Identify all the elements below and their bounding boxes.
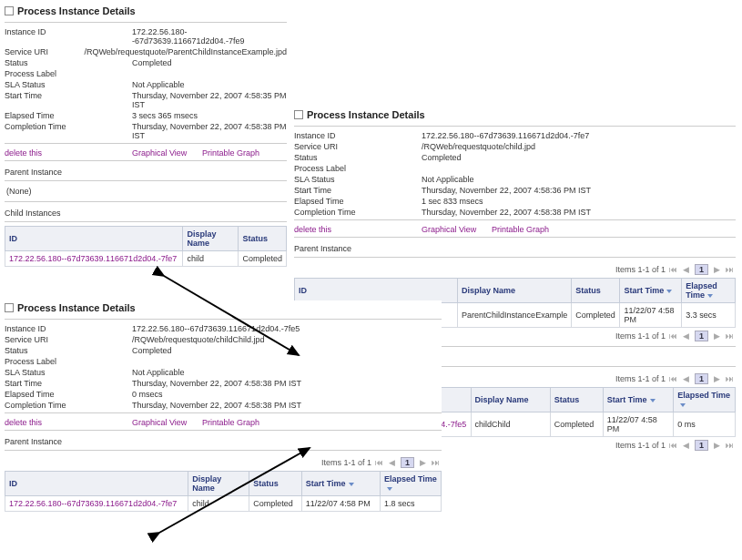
val-elapsed-time: 3 secs 365 msecs: [132, 111, 287, 120]
pager-next-icon[interactable]: ▶: [418, 458, 427, 467]
label-elapsed-time: Elapsed Time: [5, 390, 132, 399]
graphical-view-link[interactable]: Graphical View: [132, 418, 187, 427]
label-sla-status: SLA Status: [294, 175, 422, 184]
col-elapsed[interactable]: Elapsed Time: [682, 279, 736, 303]
label-service-uri: Service URI: [5, 335, 132, 344]
col-status[interactable]: Status: [572, 279, 620, 303]
label-completion-time: Completion Time: [5, 122, 132, 140]
val-sla-status: Not Applicable: [132, 368, 442, 377]
val-elapsed-time: 1 sec 833 msecs: [422, 197, 736, 206]
pager-prev-icon[interactable]: ◀: [682, 374, 691, 383]
pager-prev-icon[interactable]: ◀: [682, 441, 691, 450]
val-status: Completed: [132, 346, 442, 355]
col-start[interactable]: Start Time: [301, 472, 380, 496]
panel-icon: [294, 110, 303, 119]
graphical-view-link[interactable]: Graphical View: [132, 148, 187, 158]
pager-last-icon[interactable]: ⏭: [431, 458, 440, 467]
row-status: Completed: [572, 303, 620, 328]
pager-next-icon[interactable]: ▶: [712, 265, 721, 274]
pager-first-icon[interactable]: ⏮: [669, 331, 678, 341]
printable-graph-link[interactable]: Printable Graph: [492, 225, 549, 234]
col-start[interactable]: Start Time: [603, 388, 673, 412]
pager-next-icon[interactable]: ▶: [712, 331, 721, 341]
label-status: Status: [5, 346, 132, 355]
pager-prev-icon[interactable]: ◀: [682, 331, 691, 341]
row-display: child: [188, 496, 249, 512]
col-status[interactable]: Status: [249, 472, 301, 496]
separator: [294, 219, 736, 220]
separator: [5, 450, 442, 451]
sort-desc-icon: [349, 483, 354, 486]
pager-first-icon[interactable]: ⏮: [669, 265, 678, 274]
pager-first-icon[interactable]: ⏮: [669, 441, 678, 450]
col-elapsed[interactable]: Elapsed Time: [380, 472, 441, 496]
col-id[interactable]: ID: [295, 279, 458, 303]
label-elapsed-time: Elapsed Time: [5, 111, 132, 120]
row-id-link[interactable]: 172.22.56.180--67d73639.116671d2d04.-7fe…: [9, 499, 177, 508]
label-service-uri: Service URI: [5, 47, 85, 56]
pager-current[interactable]: 1: [695, 440, 708, 451]
col-start[interactable]: Start Time: [620, 279, 682, 303]
pager-current[interactable]: 1: [695, 331, 708, 341]
pager-last-icon[interactable]: ⏭: [725, 374, 734, 383]
table-header-row: ID Display Name Status Start Time Elapse…: [5, 472, 442, 496]
pager-current[interactable]: 1: [695, 264, 708, 275]
val-completion-time: Thursday, November 22, 2007 4:58:38 PM I…: [132, 401, 442, 410]
parent-instance-heading: Parent Instance: [5, 434, 442, 448]
label-instance-id: Instance ID: [294, 131, 422, 140]
delete-link[interactable]: delete this: [294, 225, 331, 234]
pager-next-icon[interactable]: ▶: [712, 374, 721, 383]
pager-first-icon[interactable]: ⏮: [669, 374, 678, 383]
pager-last-icon[interactable]: ⏭: [725, 265, 734, 274]
col-status[interactable]: Status: [239, 227, 287, 251]
col-display[interactable]: Display Name: [458, 279, 572, 303]
separator: [5, 412, 442, 413]
row-elapsed: 0 ms: [674, 412, 736, 437]
pager-current[interactable]: 1: [695, 373, 708, 384]
val-instance-id: 172.22.56.180--67d73639.116671d2d04.-7fe…: [132, 27, 287, 46]
sort-desc-icon: [666, 290, 672, 293]
label-start-time: Start Time: [5, 91, 132, 109]
table-header-row: ID Display Name Status Start Time Elapse…: [295, 279, 736, 303]
val-elapsed-time: 0 msecs: [132, 390, 442, 399]
val-start-time: Thursday, November 22, 2007 4:58:38 PM I…: [132, 379, 442, 388]
pager-last-icon[interactable]: ⏭: [725, 331, 734, 341]
delete-link[interactable]: delete this: [5, 418, 42, 427]
delete-link[interactable]: delete this: [5, 148, 42, 158]
pager-prev-icon[interactable]: ◀: [682, 265, 691, 274]
col-display[interactable]: Display Name: [188, 472, 249, 496]
label-completion-time: Completion Time: [5, 401, 132, 410]
label-start-time: Start Time: [294, 186, 422, 195]
val-process-label: [422, 164, 736, 173]
parent-instance-heading: Parent Instance: [294, 241, 736, 255]
printable-graph-link[interactable]: Printable Graph: [202, 148, 259, 158]
col-display[interactable]: Display Name: [183, 227, 239, 251]
pager-prev-icon[interactable]: ◀: [388, 458, 397, 467]
row-status: Completed: [550, 412, 603, 437]
table-row: 172.22.56.180--67d73639.116671d2d04.-7fe…: [5, 251, 287, 267]
pager-current[interactable]: 1: [401, 457, 414, 468]
sort-desc-icon: [650, 399, 656, 402]
val-instance-id: 172.22.56.180--67d73639.116671d2d04.-7fe…: [132, 324, 442, 333]
separator: [5, 143, 287, 144]
panel-icon: [5, 303, 14, 312]
separator: [5, 180, 287, 181]
val-service-uri: /RQWeb/requestquote/childChild.jpd: [132, 335, 442, 344]
col-status[interactable]: Status: [550, 388, 603, 412]
panel3-title: Process Instance Details: [294, 107, 736, 124]
row-id-link[interactable]: 172.22.56.180--67d73639.116671d2d04.-7fe…: [9, 254, 177, 263]
graphical-view-link[interactable]: Graphical View: [422, 225, 476, 234]
pager-next-icon[interactable]: ▶: [712, 441, 721, 450]
pager-text: Items 1-1 of 1: [615, 331, 666, 341]
printable-graph-link[interactable]: Printable Graph: [202, 418, 259, 427]
val-status: Completed: [132, 58, 287, 67]
col-elapsed[interactable]: Elapsed Time: [674, 388, 736, 412]
col-id[interactable]: ID: [5, 472, 188, 496]
row-start: 11/22/07 4:58 PM: [620, 303, 682, 328]
val-sla-status: Not Applicable: [422, 175, 736, 184]
col-id[interactable]: ID: [5, 227, 183, 251]
pager-last-icon[interactable]: ⏭: [725, 441, 734, 450]
pager-first-icon[interactable]: ⏮: [375, 458, 384, 467]
child-instances-heading: Child Instances: [5, 206, 287, 219]
col-display[interactable]: Display Name: [471, 388, 550, 412]
